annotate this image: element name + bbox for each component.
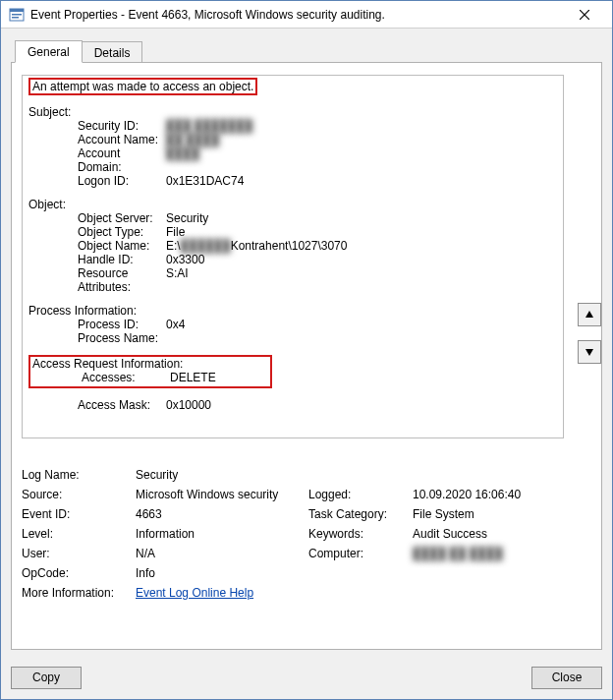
logged-value: 10.09.2020 16:06:40 [413,488,591,501]
event-metadata-grid: Log Name: Security Source: Microsoft Win… [22,468,591,600]
close-button[interactable]: Close [531,667,602,689]
arrow-down-icon [585,347,594,357]
svg-marker-7 [585,349,593,356]
opcode-value: Info [136,566,591,580]
source-label: Source: [22,488,130,501]
object-server-label: Object Server: [28,211,166,225]
log-name-label: Log Name: [22,468,130,482]
process-id-value: 0x4 [166,318,557,331]
task-category-label: Task Category: [308,507,407,521]
level-label: Level: [22,527,130,541]
next-event-button[interactable] [578,340,601,364]
more-info-label: More Information: [22,586,130,600]
copy-button[interactable]: Copy [11,667,82,689]
keywords-label: Keywords: [308,527,407,541]
user-label: User: [22,547,130,560]
access-mask-value: 0x10000 [166,398,557,412]
svg-rect-1 [10,9,24,12]
access-request-header: Access Request Information: [32,357,268,371]
task-category-value: File System [413,507,591,521]
computer-label: Computer: [308,547,407,560]
object-type-value: File [166,225,557,239]
prev-event-button[interactable] [578,303,601,326]
log-name-value: Security [136,468,591,482]
computer-value: ████ ██ ████ [413,547,591,560]
security-id-value: ███ ███████ [166,119,557,133]
object-name-value: E:\██████Kontrahent\1027\3070 [166,239,557,253]
app-icon [9,7,25,23]
account-domain-label: Account Domain: [28,146,166,174]
tab-panel-general: An attempt was made to access an object.… [11,62,602,650]
event-properties-window: Event Properties - Event 4663, Microsoft… [0,0,613,700]
object-server-value: Security [166,211,557,225]
logon-id-value: 0x1E31DAC74 [166,174,557,188]
window-title: Event Properties - Event 4663, Microsoft… [30,8,565,22]
process-name-value [166,331,557,345]
event-id-value: 4663 [136,507,303,521]
process-id-label: Process ID: [28,318,166,331]
level-value: Information [136,527,303,541]
handle-id-value: 0x3300 [166,253,557,266]
logon-id-label: Logon ID: [28,174,166,188]
window-close-button[interactable] [565,1,604,28]
event-id-label: Event ID: [22,507,130,521]
dialog-footer: Copy Close [1,656,612,699]
svg-rect-2 [12,14,22,16]
nav-arrow-group [578,303,603,378]
access-mask-label: Access Mask: [28,398,166,412]
close-icon [580,10,589,20]
account-name-value: ██ ████ [166,133,557,146]
process-name-label: Process Name: [28,331,166,345]
user-value: N/A [136,547,303,560]
svg-rect-3 [12,17,19,19]
resource-attributes-label: Resource Attributes: [28,266,166,294]
keywords-value: Audit Success [413,527,591,541]
subject-header: Subject: [28,105,557,119]
opcode-label: OpCode: [22,566,130,580]
object-header: Object: [28,198,557,211]
security-id-label: Security ID: [28,119,166,133]
handle-id-label: Handle ID: [28,253,166,266]
tab-details[interactable]: Details [82,41,143,63]
tab-strip: General Details [11,38,602,62]
accesses-label: Accesses: [32,371,170,384]
tab-general[interactable]: General [15,40,83,63]
access-request-highlight: Access Request Information: Accesses:DEL… [28,355,272,388]
event-description-box: An attempt was made to access an object.… [22,75,564,438]
resource-attributes-value: S:AI [166,266,557,294]
source-value: Microsoft Windows security [136,488,303,501]
object-type-label: Object Type: [28,225,166,239]
accesses-value: DELETE [170,371,268,384]
account-domain-value: ████ [166,146,557,174]
process-info-header: Process Information: [28,304,557,318]
dialog-body: General Details An attempt was made to a… [1,29,612,656]
event-headline: An attempt was made to access an object. [28,78,257,95]
title-bar: Event Properties - Event 4663, Microsoft… [1,1,612,29]
svg-marker-6 [585,311,593,318]
object-name-label: Object Name: [28,239,166,253]
event-log-help-link[interactable]: Event Log Online Help [136,586,253,600]
account-name-label: Account Name: [28,133,166,146]
logged-label: Logged: [308,488,407,501]
arrow-up-icon [585,310,594,320]
